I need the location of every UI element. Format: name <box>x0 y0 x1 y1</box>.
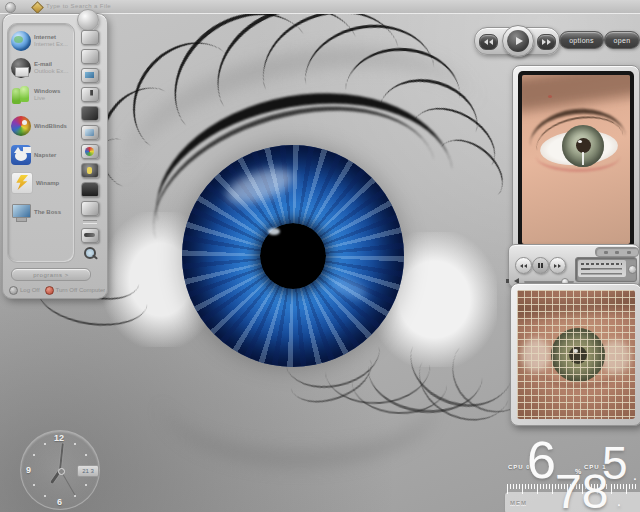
program-item-the-boss[interactable]: The Boss <box>11 199 71 225</box>
gold-star-icon <box>31 1 44 14</box>
pause-icon <box>541 263 543 268</box>
forward-icon <box>554 264 557 268</box>
maximize-icon[interactable] <box>615 251 619 254</box>
programs-button[interactable]: programs > <box>11 268 91 281</box>
search-icon[interactable] <box>82 247 98 260</box>
lcd-screen <box>578 260 626 277</box>
log-off-label: Log Off <box>20 287 40 293</box>
printers-icon[interactable] <box>81 182 99 197</box>
clock-dot <box>44 495 46 497</box>
rewind-button[interactable] <box>515 257 532 274</box>
launcher-panel: InternetInternet Ex... E-mailOutlook Ex.… <box>2 13 108 299</box>
my-computer-icon[interactable] <box>81 106 99 121</box>
rewind-icon <box>524 264 527 268</box>
seek-track[interactable] <box>581 273 622 275</box>
clock-dot <box>33 454 35 456</box>
run-icon[interactable] <box>81 228 99 243</box>
program-sublabel: Outlook Ex... <box>34 68 68 75</box>
program-item-napster[interactable]: Napster <box>11 142 71 168</box>
clock-center-pin <box>58 468 65 475</box>
rewind-icon <box>489 39 493 45</box>
video-eye-image <box>522 75 630 244</box>
log-off-button[interactable]: Log Off <box>9 286 40 295</box>
forward-button[interactable] <box>537 34 556 50</box>
rewind-icon <box>520 264 523 268</box>
program-label: WindBlinds <box>34 123 67 130</box>
transport-bar <box>474 27 560 55</box>
program-label: The Boss <box>34 209 61 216</box>
pause-button[interactable] <box>532 257 549 274</box>
play-icon <box>516 37 523 45</box>
clock-dot <box>85 454 87 456</box>
rewind-button[interactable] <box>479 34 498 50</box>
my-network-icon[interactable] <box>81 125 99 140</box>
desktop-orb-icon[interactable] <box>5 2 16 13</box>
my-music-icon[interactable] <box>81 87 99 102</box>
minute-hand <box>59 443 64 470</box>
program-label: E-mail <box>34 61 68 68</box>
programs-button-label: programs > <box>33 272 69 278</box>
open-button[interactable]: open <box>604 31 640 49</box>
program-sublabel: Internet Ex... <box>34 41 68 48</box>
turn-off-label: Turn Off Computer <box>56 287 105 293</box>
control-panel-icon[interactable] <box>81 144 99 159</box>
forward-icon <box>542 39 546 45</box>
rewind-icon <box>484 39 488 45</box>
help-support-icon[interactable] <box>81 163 99 178</box>
clock-date: 21 3 <box>82 468 94 474</box>
clock-dot <box>74 443 76 445</box>
minimize-icon[interactable] <box>604 251 608 254</box>
program-item-internet[interactable]: InternetInternet Ex... <box>11 28 71 54</box>
program-label: Napster <box>34 152 56 159</box>
forward-button[interactable] <box>549 257 566 274</box>
my-recent-documents-icon[interactable] <box>81 49 99 64</box>
program-sublabel: Live <box>34 95 60 102</box>
video-bezel <box>518 71 634 248</box>
close-icon[interactable] <box>627 251 631 254</box>
my-pictures-icon[interactable] <box>81 68 99 83</box>
clock-numeral-6: 6 <box>57 497 62 507</box>
desktop: Type to Search a File InternetInternet E… <box>0 0 640 512</box>
turn-off-button[interactable]: Turn Off Computer <box>45 286 105 295</box>
mini-player <box>508 244 640 288</box>
log-off-icon <box>9 286 18 295</box>
photo-blemish <box>548 95 552 98</box>
monitor-icon <box>11 202 31 222</box>
mem-value: 78 <box>555 468 608 512</box>
video-window <box>512 65 640 254</box>
under-eye-shadow <box>160 330 440 468</box>
program-item-winamp[interactable]: Winamp <box>11 170 71 196</box>
toolbar-title: Type to Search a File <box>46 3 111 9</box>
mesh-image-window <box>510 283 640 426</box>
panel-knob[interactable] <box>77 9 99 31</box>
divider <box>83 220 97 224</box>
lcd-knob[interactable] <box>628 265 637 274</box>
forward-icon <box>547 39 551 45</box>
my-documents-icon[interactable] <box>81 30 99 45</box>
forward-icon <box>558 264 561 268</box>
clock-date-box: 21 3 <box>77 465 99 477</box>
cpu0-value: 6 <box>527 434 556 486</box>
open-button-label: open <box>614 37 631 44</box>
program-item-windblinds[interactable]: WindBlinds <box>11 113 71 139</box>
napster-cat-icon <box>11 145 31 165</box>
pause-icon <box>538 263 540 268</box>
winamp-lightning-icon <box>11 172 33 194</box>
mesh-eye-image <box>517 290 635 419</box>
options-button[interactable]: options <box>559 31 604 49</box>
program-list: InternetInternet Ex... E-mailOutlook Ex.… <box>7 23 75 263</box>
program-label: Windows <box>34 88 60 95</box>
clock-dot <box>33 484 35 486</box>
mesh-grid-overlay <box>517 290 635 419</box>
windows-live-icon <box>11 85 31 105</box>
photo-brow-shadow <box>522 75 630 113</box>
internet-globe-icon <box>11 31 31 51</box>
email-icon <box>11 58 31 78</box>
play-button[interactable] <box>502 25 534 57</box>
devices-icon[interactable] <box>81 201 99 216</box>
program-item-windows-live[interactable]: WindowsLive <box>11 82 71 108</box>
play-button-inner <box>507 30 529 52</box>
program-item-email[interactable]: E-mailOutlook Ex... <box>11 55 71 81</box>
cpu1-unit: . <box>633 468 637 482</box>
mem-label: MEM <box>510 500 527 506</box>
